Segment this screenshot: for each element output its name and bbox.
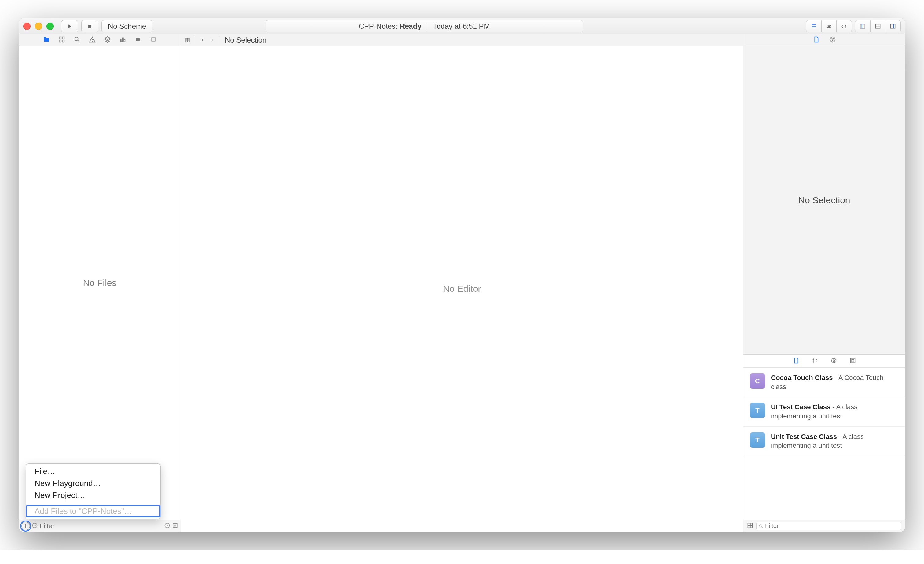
menu-separator	[26, 503, 160, 504]
svg-rect-17	[120, 39, 122, 42]
project-navigator-tab[interactable]	[43, 36, 50, 44]
file-template-library-tab[interactable]	[793, 357, 800, 365]
library-tabs	[743, 355, 905, 368]
sub-toolbar: No Selection	[19, 34, 905, 46]
issue-navigator-tab[interactable]	[89, 36, 96, 44]
activity-status-bar: CPP-Notes: Ready Today at 6:51 PM	[266, 20, 583, 32]
standard-editor-button[interactable]	[806, 20, 821, 32]
close-window-button[interactable]	[23, 23, 30, 30]
find-navigator-tab[interactable]	[74, 36, 80, 44]
toggle-debug-area-button[interactable]	[870, 20, 885, 32]
debug-navigator-tab[interactable]	[120, 36, 126, 44]
svg-rect-3	[860, 24, 865, 28]
library-list[interactable]: CCocoa Touch Class - A Cocoa Touch class…	[743, 368, 905, 520]
editor-empty-label: No Editor	[443, 284, 481, 294]
source-control-navigator-tab[interactable]	[58, 36, 65, 44]
svg-rect-5	[875, 24, 880, 28]
related-items-icon[interactable]	[185, 36, 190, 44]
navigator-tabs	[19, 34, 181, 45]
svg-rect-34	[748, 523, 750, 525]
library-item-text: Cocoa Touch Class - A Cocoa Touch class	[771, 373, 899, 391]
svg-rect-11	[59, 40, 61, 42]
library-item[interactable]: CCocoa Touch Class - A Cocoa Touch class	[743, 368, 905, 397]
window-toolbar: No Scheme CPP-Notes: Ready Today at 6:51…	[19, 18, 905, 34]
file-inspector-tab[interactable]	[813, 36, 819, 44]
svg-point-30	[831, 358, 836, 363]
inspector-empty: No Selection	[743, 46, 905, 355]
menu-item-add-files[interactable]: Add Files to "CPP-Notes"…	[26, 505, 160, 517]
inspector-empty-label: No Selection	[798, 195, 850, 206]
navigator-empty-label: No Files	[83, 278, 116, 288]
library-footer	[743, 520, 905, 532]
scm-filter-icon[interactable]	[172, 522, 178, 530]
svg-rect-37	[750, 525, 753, 528]
zoom-window-button[interactable]	[46, 23, 54, 30]
menu-item-file[interactable]: File…	[26, 466, 160, 477]
navigator-body: No Files	[19, 46, 181, 520]
toggle-navigator-button[interactable]	[855, 20, 870, 32]
library-item-title: Cocoa Touch Class	[771, 374, 833, 381]
go-forward-button[interactable]	[210, 36, 215, 44]
svg-rect-10	[62, 37, 64, 39]
svg-rect-35	[750, 523, 753, 525]
svg-rect-21	[186, 38, 187, 40]
svg-rect-23	[186, 40, 187, 42]
recent-icon[interactable]	[32, 522, 38, 530]
svg-point-26	[832, 41, 833, 41]
run-button[interactable]	[61, 20, 78, 32]
report-navigator-tab[interactable]	[150, 36, 157, 44]
object-library-tab[interactable]	[831, 357, 837, 365]
inspector-pane: No Selection CCocoa Touch Class - A Coco…	[743, 46, 905, 532]
code-snippet-library-tab[interactable]	[812, 357, 818, 365]
navigator-filter-input[interactable]	[40, 522, 162, 530]
add-button[interactable]: +	[21, 522, 30, 530]
quick-help-inspector-tab[interactable]	[829, 36, 836, 44]
template-icon: T	[750, 432, 765, 448]
menu-item-new-playground[interactable]: New Playground…	[26, 477, 160, 489]
library-item[interactable]: TUnit Test Case Class - A class implemen…	[743, 427, 905, 456]
svg-point-16	[92, 41, 93, 41]
crumb-label: No Selection	[225, 36, 267, 44]
go-back-button[interactable]	[200, 36, 205, 44]
svg-point-31	[833, 360, 835, 361]
stop-button[interactable]	[81, 20, 98, 32]
grid-view-icon[interactable]	[747, 522, 753, 530]
svg-point-13	[75, 37, 78, 41]
version-editor-button[interactable]	[837, 20, 852, 32]
media-library-tab[interactable]	[849, 357, 856, 365]
navigator-footer: +	[19, 520, 181, 532]
workspace-panes: No Files File… New Playground… New Proje…	[19, 46, 905, 532]
menu-item-new-project[interactable]: New Project…	[26, 489, 160, 501]
status-project: CPP-Notes: Ready	[359, 22, 422, 31]
svg-rect-9	[59, 37, 61, 39]
library-item[interactable]: TUI Test Case Class - A class implementi…	[743, 397, 905, 426]
svg-rect-20	[151, 38, 156, 41]
traffic-lights	[23, 23, 54, 30]
svg-rect-18	[122, 38, 123, 42]
svg-rect-0	[88, 25, 92, 28]
minimize-window-button[interactable]	[35, 23, 42, 30]
svg-line-14	[78, 40, 79, 42]
breakpoint-navigator-tab[interactable]	[135, 36, 141, 44]
library-filter-input[interactable]	[756, 522, 902, 530]
editor-path-bar: No Selection	[181, 34, 743, 45]
assistant-editor-button[interactable]	[821, 20, 837, 32]
clock-icon[interactable]	[164, 522, 170, 530]
library-item-text: UI Test Case Class - A class implementin…	[771, 403, 899, 421]
test-navigator-tab[interactable]	[104, 36, 111, 44]
svg-rect-22	[188, 38, 189, 40]
library-item-title: Unit Test Case Class	[771, 433, 837, 441]
toggle-inspector-button[interactable]	[885, 20, 901, 32]
svg-rect-32	[850, 358, 855, 363]
editor-pane: No Editor	[181, 46, 743, 532]
svg-rect-7	[891, 24, 895, 28]
navigator-pane: No Files File… New Playground… New Proje…	[19, 46, 181, 532]
scheme-selector[interactable]: No Scheme	[102, 20, 153, 32]
status-time: Today at 6:51 PM	[433, 22, 490, 31]
inspector-tabs	[743, 34, 905, 45]
template-icon: C	[750, 373, 765, 389]
toolbar-right	[806, 20, 901, 32]
add-file-context-menu: File… New Playground… New Project… Add F…	[26, 463, 161, 519]
scheme-label: No Scheme	[108, 22, 146, 31]
svg-rect-24	[188, 40, 189, 42]
